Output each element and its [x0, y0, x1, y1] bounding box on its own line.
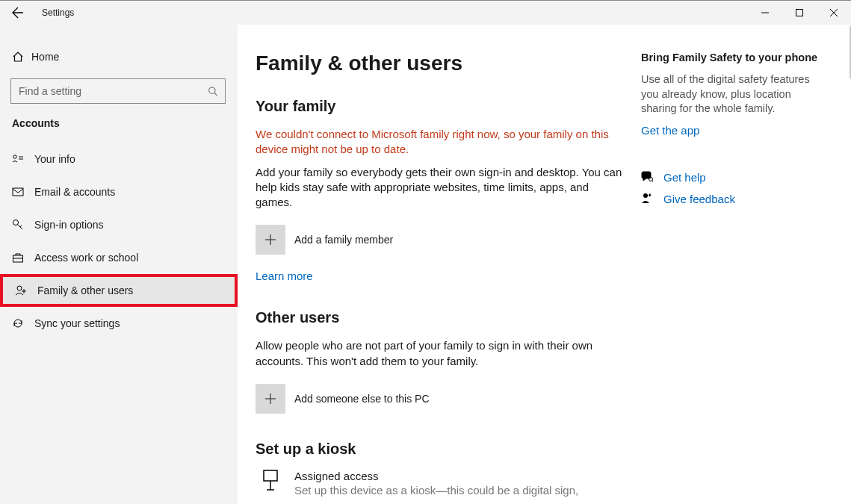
add-family-label: Add a family member: [294, 234, 393, 246]
mail-icon: [12, 186, 24, 198]
content: Family & other users Your family We coul…: [238, 25, 641, 504]
svg-line-5: [214, 93, 217, 95]
search-icon: [208, 86, 217, 96]
kiosk-section: Set up a kiosk Assigned access Set up th…: [256, 441, 623, 497]
minimize-icon: [761, 9, 769, 16]
svg-rect-22: [264, 470, 277, 481]
svg-point-10: [13, 220, 19, 225]
promo-desc: Use all of the digital safety features y…: [641, 72, 819, 116]
family-desc: Add your family so everybody gets their …: [256, 165, 623, 211]
home-label: Home: [31, 51, 59, 63]
give-feedback-link: Give feedback: [663, 193, 735, 205]
nav-label: Sign-in options: [34, 219, 104, 231]
sidebar: Home Accounts Your info Email & accounts…: [0, 25, 238, 504]
maximize-icon: [796, 9, 803, 16]
promo-title: Bring Family Safety to your phone: [641, 52, 819, 63]
person-card-icon: [12, 153, 24, 165]
arrow-left-icon: [12, 7, 24, 19]
assigned-access-label: Assigned access: [294, 470, 578, 482]
maximize-button[interactable]: [782, 1, 817, 25]
add-other-user-button[interactable]: Add someone else to this PC: [256, 384, 623, 414]
family-error: We couldn't connect to Microsoft family …: [256, 127, 623, 158]
aside: Bring Family Safety to your phone Use al…: [641, 25, 837, 504]
minimize-button[interactable]: [748, 1, 782, 25]
kiosk-icon: [262, 470, 279, 491]
give-feedback-row[interactable]: Give feedback: [641, 193, 819, 205]
close-button[interactable]: [817, 1, 851, 25]
nav-label: Sync your settings: [34, 317, 120, 329]
key-icon: [12, 219, 24, 231]
main-area: Family & other users Your family We coul…: [238, 25, 851, 504]
close-icon: [830, 9, 838, 16]
nav-access-work-school[interactable]: Access work or school: [0, 241, 238, 274]
svg-point-6: [13, 155, 16, 158]
nav-email-accounts[interactable]: Email & accounts: [0, 175, 238, 208]
kiosk-title: Set up a kiosk: [256, 441, 623, 458]
nav-your-info[interactable]: Your info: [0, 143, 238, 175]
sync-icon: [12, 317, 24, 329]
settings-window: Settings Home Accounts Your info: [0, 0, 851, 504]
other-users-title: Other users: [256, 309, 623, 326]
assigned-access-desc: Set up this device as a kiosk—this could…: [294, 484, 578, 497]
svg-rect-9: [13, 188, 23, 196]
assigned-access-button[interactable]: Assigned access Set up this device as a …: [256, 470, 623, 497]
feedback-icon: [641, 193, 653, 205]
get-app-link[interactable]: Get the app: [641, 124, 699, 137]
get-help-row[interactable]: Get help: [641, 171, 819, 184]
nav-signin-options[interactable]: Sign-in options: [0, 208, 238, 241]
svg-line-26: [652, 181, 653, 181]
category-label: Accounts: [0, 111, 238, 143]
svg-point-4: [208, 87, 214, 93]
nav-label: Email & accounts: [34, 186, 115, 198]
nav-family-other-users[interactable]: Family & other users: [0, 274, 238, 307]
get-help-link: Get help: [663, 171, 706, 184]
page-title: Family & other users: [256, 52, 623, 75]
other-users-desc: Allow people who are not part of your fa…: [256, 338, 623, 369]
search-box[interactable]: [10, 78, 226, 104]
other-users-section: Other users Allow people who are not par…: [256, 309, 623, 414]
help-icon: [641, 171, 653, 183]
nav-label: Your info: [34, 153, 75, 165]
nav-label: Access work or school: [34, 252, 138, 264]
back-button[interactable]: [0, 1, 36, 25]
learn-more-link[interactable]: Learn more: [256, 270, 313, 282]
plus-icon: [264, 393, 276, 405]
svg-point-27: [643, 193, 648, 198]
home-icon: [12, 51, 24, 63]
search-input[interactable]: [19, 85, 208, 97]
home-nav[interactable]: Home: [0, 41, 238, 72]
window-title: Settings: [42, 7, 74, 18]
briefcase-icon: [12, 252, 24, 264]
svg-line-12: [20, 225, 22, 227]
your-family-title: Your family: [256, 98, 623, 115]
person-plus-icon: [15, 284, 27, 296]
nav-sync-settings[interactable]: Sync your settings: [0, 307, 238, 340]
add-other-label: Add someone else to this PC: [294, 393, 430, 405]
your-family-section: Your family We couldn't connect to Micro…: [256, 98, 623, 282]
add-family-member-button[interactable]: Add a family member: [256, 225, 623, 255]
svg-point-15: [17, 286, 22, 290]
nav-label: Family & other users: [37, 284, 133, 296]
plus-icon: [264, 234, 276, 246]
svg-rect-1: [796, 10, 803, 16]
titlebar: Settings: [0, 1, 851, 25]
